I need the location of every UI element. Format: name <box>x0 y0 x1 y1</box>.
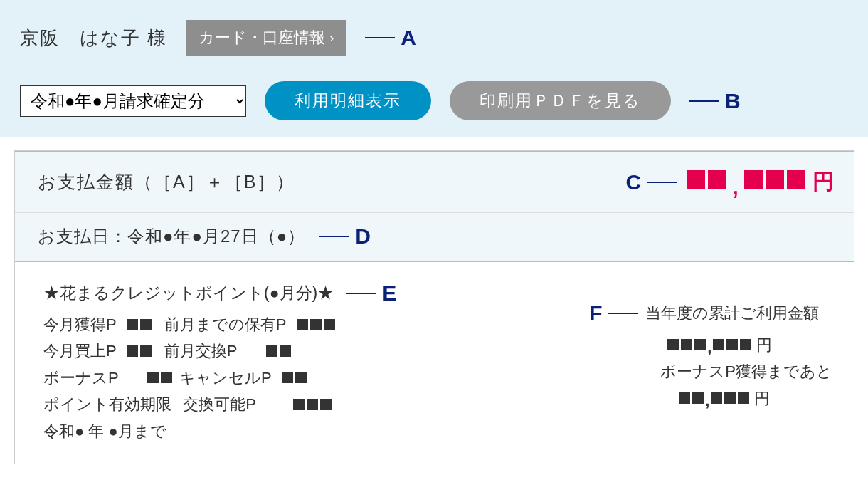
points-prev-hold-label: 前月までの保有P <box>164 311 287 338</box>
show-usage-detail-button[interactable]: 利用明細表示 <box>265 81 431 120</box>
card-account-info-label: カード・口座情報 <box>199 27 325 48</box>
payment-amount-row: お支払金額（［A］＋［B］） C , 円 <box>15 151 854 213</box>
points-line: ボーナスP キャンセルP <box>43 365 396 391</box>
card-account-info-button[interactable]: カード・口座情報 › <box>186 20 346 56</box>
redacted-value-icon <box>282 372 307 383</box>
redacted-value-icon <box>297 319 335 330</box>
redacted-value-icon <box>127 345 152 357</box>
header-section: 京阪 はな子 様 カード・口座情報 › A 令和●年●月請求確定分 利用明細表示… <box>0 0 868 137</box>
annotation-line-icon <box>346 293 376 294</box>
payment-date-text: お支払日：令和●年●月27日（●） <box>38 225 305 248</box>
annotation-line-icon <box>319 236 349 237</box>
chevron-right-icon: › <box>329 31 334 46</box>
payment-date-row: お支払日：令和●年●月27日（●） D <box>15 213 854 262</box>
payment-amount-value: , 円 <box>687 167 834 197</box>
payment-amount-label: お支払金額（［A］＋［B］） <box>38 170 295 194</box>
annotation-d: D <box>319 224 371 249</box>
controls-row: 令和●年●月請求確定分 利用明細表示 印刷用ＰＤＦを見る B <box>20 81 848 120</box>
billing-period-select[interactable]: 令和●年●月請求確定分 <box>20 85 246 117</box>
points-purchase-label: 今月買上P <box>43 338 117 364</box>
annotation-b: B <box>689 89 741 113</box>
redacted-value-icon <box>147 372 172 383</box>
points-prev-exchange-label: 前月交換P <box>164 338 238 364</box>
bonus-until-label: ボーナスP獲得まであと <box>589 358 832 385</box>
annotation-a: A <box>365 26 416 50</box>
annotation-line-icon <box>365 37 395 38</box>
user-row: 京阪 はな子 様 カード・口座情報 › A <box>20 20 848 56</box>
points-line: 今月獲得P 前月までの保有P <box>43 311 396 338</box>
annotation-line-icon <box>689 100 719 102</box>
points-line: 今月買上P 前月交換P <box>43 338 396 364</box>
payment-amount-right: C , 円 <box>625 167 834 197</box>
redacted-value-icon <box>266 345 291 357</box>
yearly-usage-label: 当年度の累計ご利用金額 <box>645 300 819 326</box>
redacted-value-icon <box>293 399 332 410</box>
annotation-line-icon <box>608 313 638 314</box>
annotation-c: C <box>625 170 677 194</box>
bonus-until-value: , 円 <box>589 385 832 412</box>
points-expiry-label: ポイント有効期限 <box>43 391 171 417</box>
points-section: ★花まるクレジットポイント(●月分)★ E 今月獲得P 前月までの保有P <box>15 262 854 464</box>
points-exchangeable-label: 交換可能P <box>183 391 256 417</box>
points-cancel-label: キャンセルP <box>179 365 272 391</box>
points-right-column: F 当年度の累計ご利用金額 , 円 ボーナスP獲得まであと , <box>589 275 832 444</box>
yearly-usage-value: , 円 <box>589 331 832 358</box>
redacted-value-icon <box>127 319 152 330</box>
user-name: 京阪 はな子 様 <box>20 26 167 51</box>
annotation-f: F <box>589 295 637 331</box>
annotation-line-icon <box>647 182 677 183</box>
view-print-pdf-button[interactable]: 印刷用ＰＤＦを見る <box>450 81 671 120</box>
points-title: ★花まるクレジットポイント(●月分)★ <box>43 279 334 307</box>
points-line: ポイント有効期限 交換可能P <box>43 391 396 417</box>
points-expiry-value: 令和● 年 ●月まで <box>43 418 396 444</box>
points-left-column: ★花まるクレジットポイント(●月分)★ E 今月獲得P 前月までの保有P <box>43 275 396 444</box>
main-panel: お支払金額（［A］＋［B］） C , 円 お支払日：令和●年●月27日（●） D… <box>14 150 854 464</box>
points-bonus-label: ボーナスP <box>43 365 119 391</box>
annotation-e: E <box>346 275 396 311</box>
points-gained-label: 今月獲得P <box>43 311 117 338</box>
